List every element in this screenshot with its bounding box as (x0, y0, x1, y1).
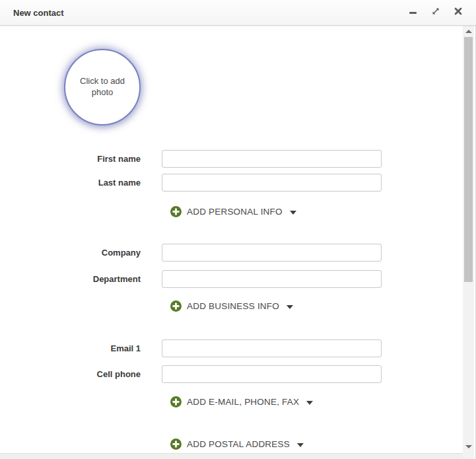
close-button[interactable] (451, 5, 465, 20)
cell-phone-label: Cell phone (0, 369, 141, 379)
scroll-down-icon (465, 445, 472, 448)
email1-row: Email 1 (0, 339, 382, 357)
add-email-phone-fax-label: ADD E-MAIL, PHONE, FAX (187, 397, 299, 407)
minimize-button[interactable] (406, 5, 421, 20)
company-row: Company (0, 244, 382, 262)
department-input[interactable] (162, 270, 382, 288)
add-photo-button[interactable]: Click to add photo (64, 49, 141, 125)
dialog-title: New contact (13, 8, 64, 18)
plus-circle-icon (170, 300, 182, 312)
email1-label: Email 1 (0, 343, 141, 353)
scroll-up-button[interactable] (463, 26, 474, 37)
cell-phone-input[interactable] (162, 365, 382, 383)
vertical-scrollbar[interactable] (463, 26, 474, 459)
add-personal-info-button[interactable]: ADD PERSONAL INFO (170, 206, 296, 217)
last-name-input[interactable] (162, 174, 382, 192)
add-business-info-label: ADD BUSINESS INFO (187, 301, 279, 311)
cell-phone-row: Cell phone (0, 365, 382, 383)
plus-circle-icon (170, 206, 182, 217)
new-contact-dialog: New contact (0, 0, 476, 459)
chevron-down-icon (297, 443, 304, 447)
maximize-icon (431, 7, 440, 18)
plus-circle-icon (170, 396, 182, 407)
close-icon (454, 7, 463, 18)
add-email-phone-fax-button[interactable]: ADD E-MAIL, PHONE, FAX (170, 396, 313, 407)
department-row: Department (0, 270, 382, 288)
add-postal-address-label: ADD POSTAL ADDRESS (187, 439, 290, 449)
add-business-info-button[interactable]: ADD BUSINESS INFO (170, 300, 293, 312)
scrollbar-thumb[interactable] (464, 37, 473, 282)
first-name-row: First name (0, 150, 382, 168)
chevron-down-icon (287, 305, 293, 309)
chevron-down-icon (306, 401, 313, 405)
chevron-down-icon (290, 211, 296, 215)
department-label: Department (0, 274, 141, 284)
maximize-button[interactable] (428, 5, 443, 20)
company-label: Company (0, 248, 141, 258)
window-controls (406, 0, 465, 25)
email1-input[interactable] (162, 339, 382, 357)
add-postal-address-button[interactable]: ADD POSTAL ADDRESS (170, 439, 304, 450)
bottom-edge-strip (0, 453, 463, 459)
plus-circle-icon (170, 439, 182, 450)
company-input[interactable] (162, 244, 382, 262)
scroll-down-button[interactable] (463, 441, 474, 452)
first-name-input[interactable] (162, 150, 382, 168)
titlebar: New contact (0, 0, 476, 26)
first-name-label: First name (0, 154, 141, 164)
add-photo-label: Click to add photo (74, 76, 131, 98)
add-personal-info-label: ADD PERSONAL INFO (187, 207, 283, 217)
last-name-label: Last name (0, 178, 141, 188)
last-name-row: Last name (0, 174, 382, 192)
scroll-up-icon (465, 30, 472, 33)
minimize-icon (409, 7, 418, 18)
